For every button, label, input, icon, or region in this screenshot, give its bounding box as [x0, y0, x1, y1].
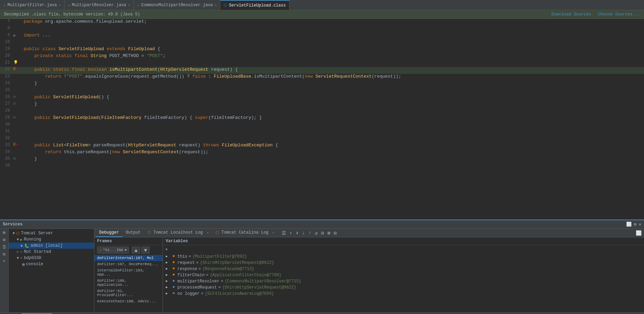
close-panel-icon[interactable]: ✕ [639, 222, 641, 227]
code-line-36: 36 [0, 163, 644, 170]
debugger-maximize: ⬜ [635, 230, 643, 236]
tree-item-tomcat-server[interactable]: ▼ ⬡ Tomcat Server [9, 230, 94, 236]
var-item-this[interactable]: ▶ ■ this = {MultipartFilter@7692} [163, 254, 644, 260]
class-icon: ⬡ [224, 3, 227, 8]
decompiled-banner: Decompiled .class file, bytecode version… [0, 10, 644, 19]
code-line-28: 28 [0, 108, 644, 115]
dbg-step-out-btn[interactable]: ↑ [307, 229, 312, 236]
tab-bar: ☕ MultipartFilter.java ✕ ☕ MultipartReso… [0, 0, 644, 10]
dbg-evaluate-btn[interactable]: ↺ [314, 229, 318, 237]
var-item-processedrequest[interactable]: ▶ ■ processedRequest = {ShiroHttpServlet… [163, 284, 644, 291]
frame-up-btn[interactable]: ▲ [132, 247, 140, 254]
frames-panel: Frames ✓ *ht...ING ▼ ▲ ▼ doFilterInterna… [94, 237, 163, 312]
debugger-tabs: Debugger Output ⬡ Tomcat Localhost Log ✕… [94, 229, 644, 237]
dbg-more-btn[interactable]: ⊡ [320, 229, 325, 237]
dbg-close-btn[interactable]: ⊟ [333, 229, 338, 237]
download-sources-link[interactable]: Download Sources [551, 12, 591, 17]
tab-multipart-filter[interactable]: ☕ MultipartFilter.java ✕ [0, 0, 65, 10]
frame-item-2[interactable]: internalDoFilter:193, App... [94, 267, 163, 278]
frame-item-4[interactable]: doFilter:61, ProxiedFilter... [94, 288, 163, 298]
expand-debugger-btn[interactable]: ⬜ [635, 230, 643, 237]
frame-item-3[interactable]: doFilter:166, Application... [94, 278, 163, 288]
var-item-response[interactable]: ▶ ■ response = {ResponseFacade@7713} [163, 266, 644, 272]
tab-close-2[interactable]: ✕ [214, 3, 216, 7]
frames-header: Frames [94, 237, 163, 245]
debug-icon: 🐛 [24, 244, 29, 248]
frame-down-btn[interactable]: ▼ [141, 247, 150, 254]
settings-icon[interactable]: ⚙ [634, 222, 636, 227]
add-watch-btn[interactable]: + [164, 246, 168, 253]
var-item-request[interactable]: ▶ ■ request = {ShiroHttpServletRequest@9… [163, 260, 644, 266]
expand-running-icon: ▼ [17, 238, 19, 242]
code-line-23: 23 return !"POST".equalsIgnoreCase(reque… [0, 74, 644, 81]
code-line-7: 7 package org.apache.commons.fileupload.… [0, 19, 644, 26]
code-line-19: 19 public class ServletFileUpload extend… [0, 46, 644, 53]
code-line-26: 26 ◻ public ServletFileUpload() { [0, 94, 644, 101]
dbg-resume-btn[interactable]: ⬆ [289, 229, 293, 237]
java-icon-3: ☕ [137, 3, 140, 7]
java-icon-2: ☕ [68, 3, 70, 7]
frame-item-5[interactable]: executeChain:108, Advic... [94, 298, 163, 304]
java-icon: ☕ [3, 3, 6, 7]
var-item-multipartresolver[interactable]: ▶ ■ multipartResolver = {CommonsMultipar… [163, 278, 644, 284]
tab-close-0[interactable]: ✕ [59, 3, 61, 7]
variables-header: Variables [163, 237, 644, 245]
group-btn[interactable]: ⊡ [3, 252, 5, 257]
tab-output[interactable]: Output [122, 229, 144, 237]
tree-item-bdp0330[interactable]: ▼ ● bdp0330 [9, 255, 94, 261]
var-type-icon-this: ■ [171, 254, 176, 258]
run-icon: ▶ [20, 237, 23, 242]
code-line-20: 20 private static final String POST_METH… [0, 53, 644, 60]
tab-tomcat-catalina[interactable]: ⬡ Tomcat Catalina Log ✕ [212, 229, 278, 237]
tab-close-1[interactable]: ✕ [128, 3, 130, 7]
tab-servlet-upload[interactable]: ⬡ ServletFileUpload.class [220, 0, 290, 10]
var-type-icon-filterchain: ■ [171, 273, 176, 277]
add-service-btn[interactable]: + [3, 259, 5, 264]
choose-sources-link[interactable]: Choose Sources... [598, 12, 640, 17]
dbg-grid-btn[interactable]: ⊞ [326, 229, 331, 237]
tomcat-tab-icon: ⬡ [148, 231, 151, 235]
code-line-29: 29 ◻ public ServletFileUpload(FileItemFa… [0, 115, 644, 122]
code-line-18: 18 [0, 40, 644, 46]
code-line-import: 8 ▶ import ... [0, 33, 644, 40]
frame-selector-dropdown[interactable]: ✓ *ht...ING ▼ [97, 247, 129, 254]
var-type-icon-response: ■ [171, 267, 176, 270]
tab-tomcat-localhost[interactable]: ⬡ Tomcat Localhost Log ✕ [144, 229, 212, 237]
variables-panel: Variables + ▶ ■ this = {MultipartFilter@… [163, 237, 644, 312]
tab-multipart-resolver[interactable]: ☕ MultipartResolver.java ✕ [65, 0, 134, 10]
tab-commons-resolver[interactable]: ☕ CommonsMultipartResolver.java ✕ [134, 0, 221, 10]
tomcat-icon: ⬡ [16, 231, 20, 236]
code-line-35: 35 ◻ } [0, 156, 644, 163]
tomcat-localhost-close[interactable]: ✕ [207, 231, 209, 235]
services-tree: ▼ ⬡ Tomcat Server ▼ ▶ Running ▶ 🐛 admin … [9, 229, 94, 312]
frame-item-1[interactable]: doFilter:107, OncePerReq... [94, 261, 163, 267]
tree-item-running[interactable]: ▼ ▶ Running [9, 236, 94, 243]
var-type-icon-processedrequest: ■ [171, 285, 176, 289]
bottom-toolbar: 6 TODO 8 Services Terminal 9 Subversion … [0, 312, 644, 314]
dbg-settings-btn[interactable]: ☰ [281, 229, 287, 237]
var-type-icon-request: ■ [171, 260, 176, 264]
services-header-icons: ⬜ ⚙ ✕ [626, 222, 641, 227]
tree-item-admin[interactable]: ▶ 🐛 admin [local] [9, 243, 94, 249]
var-item-logger[interactable]: ▶ ■ oo logger = {SLF4JLocationAwareLog@7… [163, 291, 644, 297]
tree-item-console[interactable]: ▤ console [9, 261, 94, 267]
tree-item-not-started[interactable]: ▶ ○ Not Started [9, 249, 94, 255]
services-body: ⊞ ⊟ ☰ ⊡ + ▼ ⬡ Tomcat Server ▼ ▶ Running [0, 229, 644, 312]
variables-toolbar: + [163, 245, 644, 254]
expand-tomcat-icon: ▼ [13, 232, 15, 235]
var-type-icon-logger: ■ [171, 291, 176, 295]
code-line-21: 21 💡 [0, 60, 644, 67]
console-icon: ▤ [22, 262, 25, 267]
expand-all-btn[interactable]: ⊞ [3, 230, 5, 235]
var-item-filterchain[interactable]: ▶ ■ filterChain = {ApplicationFilterChai… [163, 272, 644, 278]
tomcat-catalina-close[interactable]: ✕ [272, 231, 274, 235]
maximize-icon[interactable]: ⬜ [626, 222, 632, 227]
dbg-step-into-btn[interactable]: ↓ [301, 229, 306, 236]
filter-btn[interactable]: ☰ [2, 245, 6, 250]
dbg-step-over-btn[interactable]: ⬇ [295, 229, 300, 237]
tab-debugger[interactable]: Debugger [96, 229, 122, 237]
collapse-all-btn[interactable]: ⊟ [3, 237, 5, 243]
tomcat-catalina-icon: ⬡ [215, 231, 219, 235]
frame-controls: ✓ *ht...ING ▼ ▲ ▼ [94, 245, 163, 255]
frame-item-0[interactable]: doFilterInternal:107, Mul [94, 255, 163, 261]
